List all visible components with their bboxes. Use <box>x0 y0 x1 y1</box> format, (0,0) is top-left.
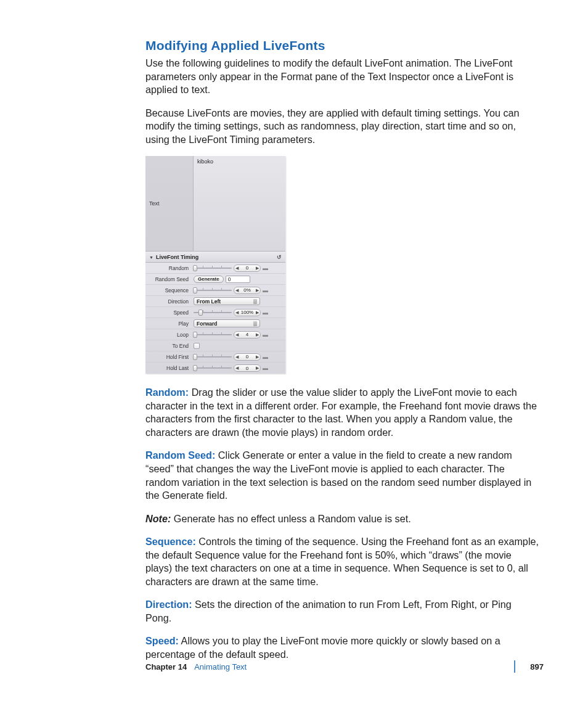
param-speed: Speed ◀100%▶ ▬ <box>145 307 285 318</box>
param-label: Play <box>145 321 194 327</box>
play-select[interactable]: Forward <box>194 319 260 327</box>
def-direction-text: Sets the direction of the animation to r… <box>145 599 512 623</box>
param-direction: Direction From Left <box>145 296 285 307</box>
hold-last-slider[interactable] <box>194 365 232 371</box>
speed-slider[interactable] <box>194 310 232 316</box>
def-direction: Direction: Sets the direction of the ani… <box>145 598 539 625</box>
livefont-inspector-figure: Text kiboko ▼ LiveFont Timing ↺ Random ◀… <box>145 156 285 374</box>
param-hold-last: Hold Last ◀0▶ ▬ <box>145 363 285 374</box>
param-label: Random Seed <box>145 276 194 282</box>
term-random: Random: <box>145 387 189 398</box>
chapter-label: Chapter 14 <box>145 662 187 671</box>
text-preview: kiboko <box>194 156 285 251</box>
loop-stepper[interactable]: ◀4▶ <box>234 331 261 339</box>
param-label: Hold Last <box>145 365 194 371</box>
term-note: Note: <box>145 513 171 524</box>
param-label: Direction <box>145 298 194 305</box>
note: Note: Generate has no effect unless a Ra… <box>145 512 539 526</box>
param-sequence: Sequence ◀0%▶ ▬ <box>145 285 285 296</box>
page-footer: Chapter 14 Animating Text 897 <box>145 660 544 673</box>
keyframe-menu-icon[interactable]: ▬ <box>263 365 267 371</box>
hold-first-stepper[interactable]: ◀0▶ <box>234 353 261 361</box>
def-sequence-text: Controls the timing of the sequence. Usi… <box>145 536 539 587</box>
reset-icon[interactable]: ↺ <box>277 254 282 260</box>
def-random: Random: Drag the slider or use the value… <box>145 386 539 439</box>
generate-button[interactable]: Generate <box>194 276 224 283</box>
chapter-title: Animating Text <box>194 662 247 671</box>
loop-slider[interactable] <box>194 332 232 338</box>
keyframe-menu-icon[interactable]: ▬ <box>263 332 267 338</box>
intro-paragraph-1: Use the following guidelines to modify t… <box>145 57 539 97</box>
param-to-end: To End <box>145 340 285 351</box>
def-sequence: Sequence: Controls the timing of the seq… <box>145 535 539 588</box>
keyframe-menu-icon[interactable]: ▬ <box>263 287 267 293</box>
param-hold-first: Hold First ◀0▶ ▬ <box>145 351 285 363</box>
to-end-checkbox[interactable] <box>194 343 200 349</box>
term-random-seed: Random Seed: <box>145 449 215 461</box>
keyframe-menu-icon[interactable]: ▬ <box>263 310 267 316</box>
hold-first-slider[interactable] <box>194 354 232 360</box>
speed-stepper[interactable]: ◀100%▶ <box>234 309 261 316</box>
random-stepper[interactable]: ◀0▶ <box>234 265 261 272</box>
def-speed: Speed: Allows you to play the LiveFont m… <box>145 634 539 661</box>
disclosure-triangle-icon[interactable]: ▼ <box>149 255 153 260</box>
random-slider[interactable] <box>194 265 232 271</box>
def-speed-text: Allows you to play the LiveFont movie mo… <box>145 635 500 660</box>
param-play: Play Forward <box>145 318 285 329</box>
keyframe-menu-icon[interactable]: ▬ <box>263 354 267 360</box>
param-label: Speed <box>145 310 194 316</box>
term-speed: Speed: <box>145 635 179 646</box>
sequence-stepper[interactable]: ◀0%▶ <box>234 287 261 294</box>
random-seed-field[interactable]: 0 <box>226 276 250 283</box>
param-label: To End <box>145 343 194 349</box>
section-heading: Modifying Applied LiveFonts <box>145 38 539 53</box>
param-random: Random ◀0▶ ▬ <box>145 263 285 274</box>
page-number: 897 <box>530 662 544 671</box>
term-sequence: Sequence: <box>145 536 196 547</box>
param-label: Hold First <box>145 354 194 360</box>
footer-divider <box>514 660 515 673</box>
sequence-slider[interactable] <box>194 287 232 293</box>
param-label: Loop <box>145 332 194 338</box>
intro-paragraph-2: Because LiveFonts are movies, they are a… <box>145 107 539 147</box>
hold-last-stepper[interactable]: ◀0▶ <box>234 364 261 372</box>
term-direction: Direction: <box>145 599 192 610</box>
param-label: Random <box>145 265 194 271</box>
param-loop: Loop ◀4▶ ▬ <box>145 329 285 340</box>
direction-select[interactable]: From Left <box>194 297 260 305</box>
def-random-seed: Random Seed: Click Generate or enter a v… <box>145 449 539 502</box>
text-well-label: Text <box>145 156 194 251</box>
param-label: Sequence <box>145 287 194 293</box>
note-text: Generate has no effect unless a Random v… <box>171 513 410 524</box>
def-random-text: Drag the slider or use the value slider … <box>145 387 537 438</box>
section-title: LiveFont Timing <box>156 254 198 260</box>
param-random-seed: Random Seed Generate 0 <box>145 274 285 285</box>
keyframe-menu-icon[interactable]: ▬ <box>263 265 267 271</box>
